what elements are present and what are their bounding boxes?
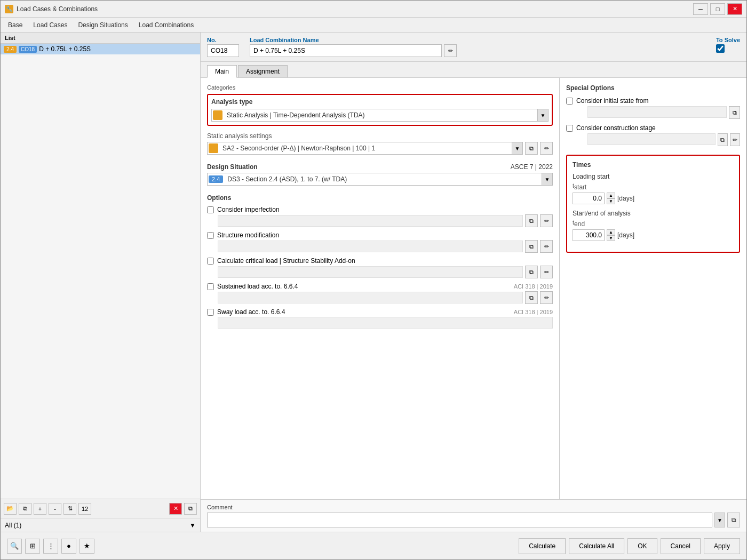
analysis-type-dropdown[interactable]: Static Analysis | Time-Dependent Analysi… <box>211 109 549 122</box>
apply-button[interactable]: Apply <box>704 538 740 554</box>
t-end-down[interactable]: ▼ <box>607 235 615 241</box>
option-imperfection-input[interactable] <box>218 215 523 227</box>
option-critical-load-checkbox[interactable] <box>207 258 214 265</box>
option-imperfection-checkbox[interactable] <box>207 206 214 213</box>
t-start-down[interactable]: ▼ <box>607 198 615 204</box>
option-critical-load-btn2[interactable]: ✏ <box>540 266 553 278</box>
comment-dropdown[interactable]: ▼ <box>714 513 725 527</box>
name-edit-button[interactable]: ✏ <box>444 44 457 57</box>
t-start-input[interactable] <box>573 193 605 204</box>
name-input[interactable] <box>250 44 442 57</box>
option-sustained-load-btn1[interactable]: ⧉ <box>525 291 538 304</box>
analysis-type-icon <box>213 110 222 120</box>
tab-main[interactable]: Main <box>207 65 237 78</box>
ok-button[interactable]: OK <box>627 538 657 554</box>
static-settings-btn2[interactable]: ✏ <box>540 142 553 155</box>
list-filter-arrow[interactable]: ▼ <box>189 522 196 529</box>
grid-icon-btn[interactable]: ⊞ <box>25 539 40 554</box>
special-initial-state-checkbox[interactable] <box>566 98 573 105</box>
name-field-group: Load Combination Name ✏ <box>250 37 705 57</box>
tab-assignment[interactable]: Assignment <box>238 65 288 77</box>
option-sway-load-input[interactable] <box>218 317 553 329</box>
special-construction-checkbox[interactable] <box>566 125 573 132</box>
bottom-right: Calculate Calculate All OK Cancel Apply <box>519 538 740 554</box>
option-sustained-load: Sustained load acc. to. 6.6.4 ACI 318 | … <box>207 283 553 304</box>
list-item[interactable]: 2.4 CO18 D + 0.75L + 0.25S <box>1 44 200 54</box>
loading-start-sub: tstart <box>573 182 734 191</box>
loading-start-label: Loading start <box>573 173 734 180</box>
option-imperfection-btn1[interactable]: ⧉ <box>525 214 538 227</box>
option-sustained-load-input[interactable] <box>218 292 523 303</box>
to-solve-label: To Solve <box>716 37 740 43</box>
tree-icon-btn[interactable]: ⋮ <box>43 539 58 554</box>
menu-design-situations[interactable]: Design Situations <box>73 19 133 31</box>
no-input[interactable] <box>207 44 239 57</box>
option-imperfection-label: Consider imperfection <box>217 206 280 213</box>
dot-icon-btn[interactable]: ● <box>61 539 76 554</box>
analysis-type-title: Analysis type <box>211 98 549 106</box>
loading-start-row: ▲ ▼ [days] <box>573 193 734 204</box>
calculate-all-button[interactable]: Calculate All <box>569 538 624 554</box>
comment-input[interactable] <box>207 513 712 527</box>
option-sustained-load-btn2[interactable]: ✏ <box>540 291 553 304</box>
t-end-input[interactable] <box>573 229 605 241</box>
t-start-unit: [days] <box>617 195 634 202</box>
close-button[interactable]: ✕ <box>727 3 742 15</box>
t-end-up[interactable]: ▲ <box>607 229 615 235</box>
option-sustained-load-checkbox[interactable] <box>207 283 214 290</box>
option-imperfection: Consider imperfection ⧉ ✏ <box>207 206 553 227</box>
toolbar-copy-btn[interactable]: ⧉ <box>19 503 31 515</box>
option-imperfection-btn2[interactable]: ✏ <box>540 214 553 227</box>
toolbar-num-btn[interactable]: 12 <box>78 503 91 515</box>
option-structure-mod: Structure modification ⧉ ✏ <box>207 231 553 253</box>
analysis-type-value: Static Analysis | Time-Dependent Analysi… <box>224 111 537 119</box>
name-input-row: ✏ <box>250 44 705 57</box>
static-settings-dropdown[interactable]: SA2 - Second-order (P-Δ) | Newton-Raphso… <box>207 142 523 155</box>
option-structure-mod-btn1[interactable]: ⧉ <box>525 240 538 253</box>
calculate-button[interactable]: Calculate <box>519 538 566 554</box>
list-content: 2.4 CO18 D + 0.75L + 0.25S <box>1 44 200 499</box>
option-structure-mod-checkbox[interactable] <box>207 232 214 239</box>
option-structure-mod-input[interactable] <box>218 241 523 252</box>
maximize-button[interactable]: □ <box>710 3 725 15</box>
option-sustained-load-right: ACI 318 | 2019 <box>514 283 553 290</box>
cancel-button[interactable]: Cancel <box>661 538 701 554</box>
special-options: Special Options Consider initial state f… <box>566 84 740 146</box>
option-structure-mod-btn2[interactable]: ✏ <box>540 240 553 253</box>
menu-load-combinations[interactable]: Load Combinations <box>133 19 199 31</box>
menu-base[interactable]: Base <box>3 19 28 31</box>
toolbar-red-x-btn[interactable]: ✕ <box>169 503 182 515</box>
special-construction-btn1[interactable]: ⧉ <box>718 133 728 146</box>
static-settings-btn1[interactable]: ⧉ <box>525 142 538 155</box>
ds-title: Design Situation <box>207 163 258 171</box>
star-icon-btn[interactable]: ★ <box>80 539 94 554</box>
options-title: Options <box>207 194 553 202</box>
option-sway-load-checkbox[interactable] <box>207 309 214 316</box>
minimize-button[interactable]: ─ <box>693 3 708 15</box>
options-section: Options Consider imperfection ⧉ ✏ <box>207 194 553 329</box>
toolbar-sort-btn[interactable]: ⇅ <box>63 503 76 515</box>
special-construction-btn2[interactable]: ✏ <box>730 133 740 146</box>
toolbar-split-btn[interactable]: ⧉ <box>184 503 197 515</box>
special-construction-input[interactable] <box>587 133 716 145</box>
comment-copy-btn[interactable]: ⧉ <box>727 513 740 527</box>
loading-start-group: Loading start tstart ▲ ▼ [days] <box>573 173 734 204</box>
title-controls: ─ □ ✕ <box>693 3 742 15</box>
no-label: No. <box>207 37 239 43</box>
ds-dropdown[interactable]: 2.4 DS3 - Section 2.4 (ASD), 1. to 7. (w… <box>207 173 553 186</box>
menu-load-cases[interactable]: Load Cases <box>28 19 73 31</box>
toolbar-folder-btn[interactable]: 📂 <box>4 503 17 515</box>
option-sway-load: Sway load acc. to. 6.6.4 ACI 318 | 2019 <box>207 308 553 329</box>
list-footer: All (1) ▼ <box>1 518 200 532</box>
to-solve-checkbox[interactable] <box>716 44 725 53</box>
option-critical-load-btn1[interactable]: ⧉ <box>525 266 538 278</box>
option-critical-load-input[interactable] <box>218 266 523 278</box>
search-icon-btn[interactable]: 🔍 <box>7 539 22 554</box>
special-construction-label: Consider construction stage <box>576 124 656 132</box>
t-start-up[interactable]: ▲ <box>607 193 615 198</box>
toolbar-add-btn[interactable]: + <box>34 503 46 515</box>
toolbar-delete-btn[interactable]: - <box>49 503 61 515</box>
special-initial-state-btn[interactable]: ⧉ <box>729 106 740 119</box>
special-initial-state-input[interactable] <box>587 106 727 118</box>
special-option-initial-state: Consider initial state from ⧉ <box>566 97 740 119</box>
